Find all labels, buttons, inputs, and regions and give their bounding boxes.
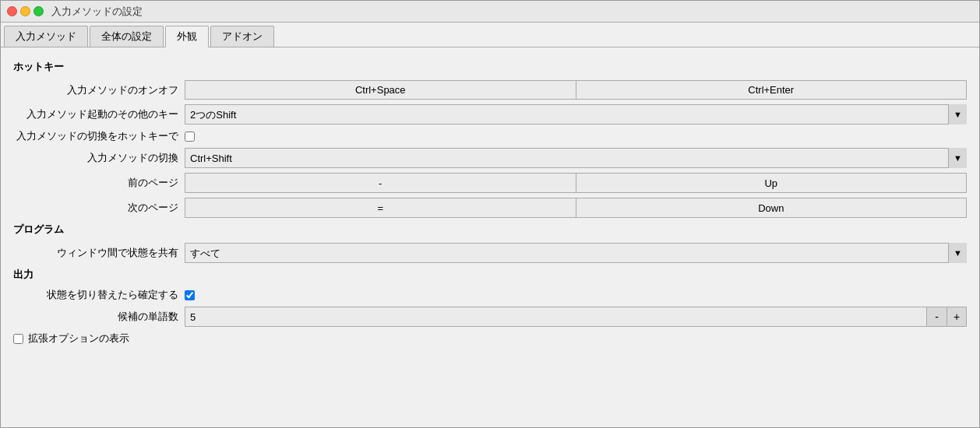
tab-appearance[interactable]: 外観: [165, 26, 209, 47]
row-im-switch: 入力メソッドの切換 Ctrl+Shift ▼: [13, 148, 967, 168]
label-im-switch-hotkey-spacer: 入力メソッドの切換をホットキーで: [13, 129, 185, 143]
im-onoff-key1-button[interactable]: Ctrl+Space: [185, 80, 576, 100]
close-button[interactable]: [7, 6, 17, 16]
window-title: 入力メソッドの設定: [51, 5, 143, 19]
tab-addons[interactable]: アドオン: [210, 26, 274, 47]
row-share-state: ウィンドウ間で状態を共有 すべて ▼: [13, 243, 967, 263]
im-activate-select[interactable]: 2つのShift: [185, 104, 967, 125]
row-prev-page: 前のページ - Up: [13, 173, 967, 193]
tab-bar: 入力メソッド 全体の設定 外観 アドオン: [1, 23, 979, 47]
im-onoff-buttons: Ctrl+Space Ctrl+Enter: [185, 80, 967, 100]
share-state-select[interactable]: すべて: [185, 243, 967, 263]
candidate-count-input[interactable]: [185, 307, 926, 327]
label-im-onoff: 入力メソッドのオンオフ: [13, 83, 185, 97]
prev-page-key1-button[interactable]: -: [185, 173, 576, 193]
next-page-key1-button[interactable]: =: [185, 198, 576, 218]
content-area: ホットキー 入力メソッドのオンオフ Ctrl+Space Ctrl+Enter …: [1, 47, 979, 355]
label-im-switch-hotkey: 入力メソッドの切換をホットキーで: [16, 129, 178, 143]
section-title-hotkeys: ホットキー: [13, 60, 967, 74]
im-switch-select-wrapper: Ctrl+Shift ▼: [185, 148, 967, 168]
traffic-lights: [7, 6, 44, 16]
tab-general-settings[interactable]: 全体の設定: [90, 26, 164, 47]
maximize-button[interactable]: [33, 6, 44, 16]
label-share-state: ウィンドウ間で状態を共有: [13, 246, 185, 260]
label-im-switch: 入力メソッドの切換: [13, 151, 185, 165]
row-ext-options: 拡張オプションの表示: [13, 332, 967, 346]
stepper-plus-button[interactable]: +: [947, 307, 967, 327]
candidate-count-stepper: - +: [185, 307, 967, 327]
label-next-page: 次のページ: [13, 201, 185, 215]
row-im-activate: 入力メソッド起動のその他のキー 2つのShift ▼: [13, 104, 967, 125]
minimize-button[interactable]: [20, 6, 30, 16]
label-im-activate: 入力メソッド起動のその他のキー: [13, 107, 185, 121]
tab-input-method[interactable]: 入力メソッド: [4, 26, 88, 47]
window: 入力メソッドの設定 入力メソッド 全体の設定 外観 アドオン ホットキー 入力メ…: [0, 0, 980, 428]
im-onoff-key2-button[interactable]: Ctrl+Enter: [576, 80, 968, 100]
row-candidate-count: 候補の単語数 - +: [13, 307, 967, 327]
im-activate-select-wrapper: 2つのShift ▼: [185, 104, 967, 125]
section-title-output: 出力: [13, 268, 967, 282]
label-commit-on-switch: 状態を切り替えたら確定する: [13, 288, 185, 302]
section-title-program: プログラム: [13, 223, 967, 237]
row-im-onoff: 入力メソッドのオンオフ Ctrl+Space Ctrl+Enter: [13, 80, 967, 100]
im-switch-hotkey-checkbox[interactable]: [185, 132, 195, 142]
next-page-buttons: = Down: [185, 198, 967, 218]
prev-page-key2-button[interactable]: Up: [576, 173, 968, 193]
row-next-page: 次のページ = Down: [13, 198, 967, 218]
prev-page-buttons: - Up: [185, 173, 967, 193]
label-candidate-count: 候補の単語数: [13, 310, 185, 324]
row-commit-on-switch: 状態を切り替えたら確定する: [13, 288, 967, 302]
ext-options-checkbox[interactable]: [13, 334, 23, 344]
row-im-switch-hotkey: 入力メソッドの切換をホットキーで: [13, 129, 967, 143]
title-bar: 入力メソッドの設定: [1, 1, 979, 23]
share-state-select-wrapper: すべて ▼: [185, 243, 967, 263]
im-switch-select[interactable]: Ctrl+Shift: [185, 148, 967, 168]
commit-on-switch-checkbox[interactable]: [185, 290, 195, 300]
next-page-key2-button[interactable]: Down: [576, 198, 968, 218]
label-ext-options: 拡張オプションの表示: [28, 332, 129, 346]
label-prev-page: 前のページ: [13, 176, 185, 190]
stepper-minus-button[interactable]: -: [926, 307, 947, 327]
